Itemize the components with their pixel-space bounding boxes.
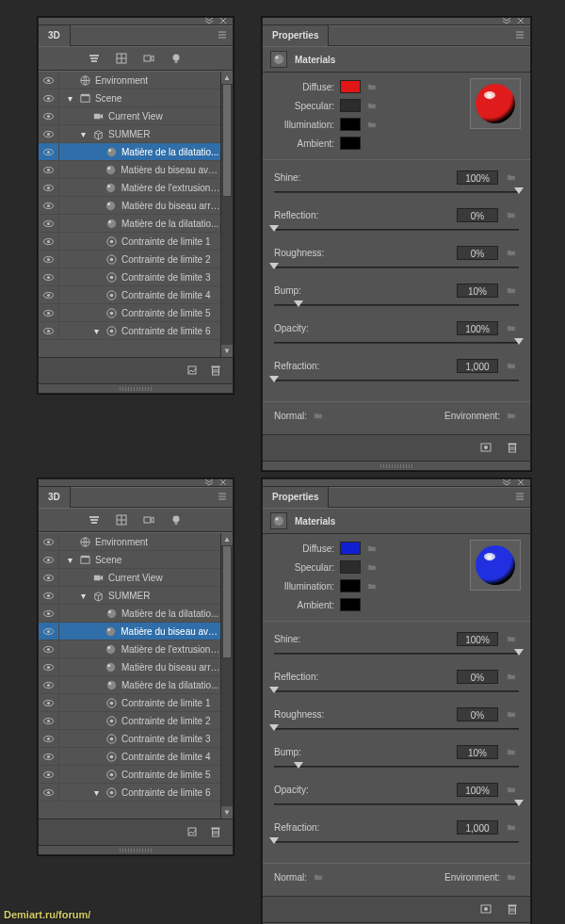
scroll-down-icon[interactable]: ▼ — [221, 806, 233, 819]
visibility-eye-icon[interactable] — [39, 658, 59, 676]
collapse-icon[interactable] — [204, 478, 214, 488]
tree-row[interactable]: ▾ Scene — [39, 551, 220, 569]
visibility-eye-icon[interactable] — [39, 286, 59, 304]
bump-folder-icon[interactable] — [506, 746, 519, 757]
tree-row[interactable]: Contrainte de limite 1 — [39, 694, 220, 712]
disclosure-icon[interactable]: ▾ — [65, 555, 74, 565]
roughness-value[interactable]: 0% — [457, 246, 498, 260]
filter-icon[interactable] — [88, 513, 102, 527]
tree-row[interactable]: Contrainte de limite 2 — [39, 712, 220, 730]
tree-row[interactable]: Current View — [39, 569, 220, 587]
tree-row[interactable]: Matière de l'extrusion ... — [39, 640, 220, 658]
camera-icon[interactable] — [142, 52, 156, 66]
normal-folder-icon[interactable] — [313, 410, 326, 421]
disclosure-icon[interactable]: ▾ — [78, 591, 88, 601]
visibility-eye-icon[interactable] — [39, 694, 59, 712]
tree-row[interactable]: Matière de la dilatatio... — [39, 215, 220, 233]
refraction-track[interactable] — [274, 377, 519, 386]
tree-row[interactable]: ▾ SUMMER — [39, 125, 220, 143]
scroll-down-icon[interactable]: ▼ — [221, 345, 233, 357]
render-icon[interactable] — [186, 364, 200, 378]
refraction-handle[interactable] — [269, 376, 279, 385]
visibility-eye-icon[interactable] — [39, 712, 59, 730]
panel-tab-properties[interactable]: Properties — [263, 487, 329, 508]
reflection-value[interactable]: 0% — [457, 670, 498, 684]
collapse-icon[interactable] — [502, 16, 511, 26]
refraction-handle[interactable] — [269, 837, 279, 847]
tree-row[interactable]: Contrainte de limite 4 — [39, 748, 220, 766]
scroll-up-icon[interactable]: ▲ — [221, 533, 233, 545]
tree-row[interactable]: Matière de l'extrusion ... — [39, 179, 220, 197]
shine-folder-icon[interactable] — [506, 171, 519, 183]
tree-row[interactable]: Contrainte de limite 3 — [39, 268, 220, 286]
disclosure-icon[interactable]: ▾ — [65, 93, 74, 104]
light-icon[interactable] — [170, 513, 184, 527]
scroll-thumb[interactable] — [222, 84, 232, 197]
tree-row[interactable]: Matière du biseau arri... — [39, 658, 220, 676]
visibility-eye-icon[interactable] — [39, 569, 59, 587]
visibility-eye-icon[interactable] — [39, 233, 59, 251]
visibility-eye-icon[interactable] — [39, 640, 59, 658]
tree-row[interactable]: ▾ Scene — [39, 89, 220, 107]
visibility-eye-icon[interactable] — [39, 125, 59, 143]
roughness-value[interactable]: 0% — [457, 707, 498, 721]
tree-row[interactable]: Matière de la dilatatio... — [39, 676, 220, 694]
panel-menu-icon[interactable] — [515, 30, 525, 41]
close-icon[interactable] — [517, 16, 525, 26]
visibility-eye-icon[interactable] — [39, 748, 59, 766]
diffuse-folder-icon[interactable] — [366, 81, 379, 92]
mesh-icon[interactable] — [115, 52, 129, 66]
shine-value[interactable]: 100% — [457, 632, 498, 646]
render-icon[interactable] — [186, 825, 200, 839]
filter-icon[interactable] — [88, 52, 102, 66]
visibility-eye-icon[interactable] — [39, 215, 59, 233]
collapse-icon[interactable] — [502, 478, 511, 488]
close-icon[interactable] — [517, 478, 525, 488]
opacity-value[interactable]: 100% — [457, 321, 498, 335]
visibility-eye-icon[interactable] — [39, 676, 59, 694]
visibility-eye-icon[interactable] — [39, 766, 59, 784]
panel-tab-3d[interactable]: 3D — [39, 487, 71, 508]
tree-row[interactable]: Contrainte de limite 4 — [39, 286, 220, 304]
tree-row[interactable]: Contrainte de limite 5 — [39, 304, 220, 322]
visibility-eye-icon[interactable] — [39, 179, 59, 197]
panel-resize-grip[interactable] — [39, 845, 233, 854]
panel-menu-icon[interactable] — [218, 30, 227, 41]
tree-row[interactable]: Environment — [39, 533, 220, 551]
illumination-folder-icon[interactable] — [366, 119, 379, 130]
tree-row[interactable]: Matière de la dilatatio... — [39, 605, 220, 623]
tree-row[interactable]: ▾ Contrainte de limite 6 — [39, 322, 220, 340]
roughness-track[interactable] — [274, 264, 519, 273]
tree-row[interactable]: Contrainte de limite 3 — [39, 730, 220, 748]
collapse-icon[interactable] — [204, 16, 214, 26]
visibility-eye-icon[interactable] — [39, 268, 59, 286]
panel-tab-3d[interactable]: 3D — [39, 25, 71, 46]
refraction-folder-icon[interactable] — [506, 821, 519, 833]
tree-row[interactable]: Contrainte de limite 2 — [39, 251, 220, 268]
visibility-eye-icon[interactable] — [39, 784, 59, 802]
tree-row[interactable]: Contrainte de limite 5 — [39, 766, 220, 784]
scroll-up-icon[interactable]: ▲ — [221, 72, 233, 84]
opacity-handle[interactable] — [514, 338, 524, 348]
render-icon[interactable] — [479, 441, 492, 456]
visibility-eye-icon[interactable] — [39, 587, 59, 605]
visibility-eye-icon[interactable] — [39, 107, 59, 125]
tree-row[interactable]: Matière de la dilatatio... — [39, 143, 220, 161]
visibility-eye-icon[interactable] — [39, 197, 59, 215]
visibility-eye-icon[interactable] — [39, 89, 59, 107]
tree-row[interactable]: Matière du biseau ava... — [39, 623, 220, 640]
opacity-track[interactable] — [274, 339, 519, 349]
visibility-eye-icon[interactable] — [39, 304, 59, 322]
bump-handle[interactable] — [294, 300, 303, 310]
trash-icon[interactable] — [506, 902, 519, 917]
material-preview[interactable] — [470, 540, 521, 591]
tree-row[interactable]: Environment — [39, 72, 220, 89]
visibility-eye-icon[interactable] — [39, 551, 59, 569]
roughness-track[interactable] — [274, 725, 519, 735]
roughness-folder-icon[interactable] — [506, 708, 519, 720]
shine-track[interactable] — [274, 188, 519, 198]
scrollbar-vertical[interactable]: ▲ ▼ — [220, 72, 233, 357]
panel-resize-grip[interactable] — [263, 461, 530, 470]
close-icon[interactable] — [219, 478, 227, 488]
ambient-swatch[interactable] — [340, 137, 361, 150]
